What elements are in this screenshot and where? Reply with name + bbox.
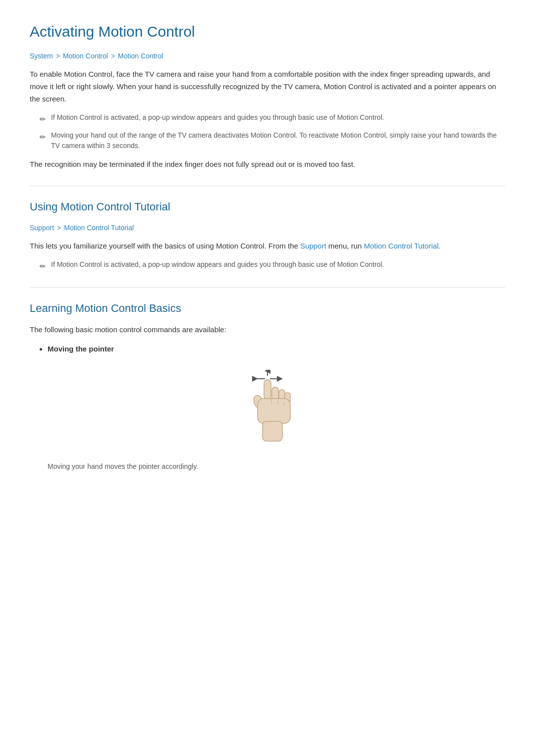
tutorial-mct-link[interactable]: Motion Control Tutorial [364, 242, 438, 250]
tutorial-breadcrumb: Support > Motion Control Tutorial [30, 222, 505, 233]
tutorial-support-link[interactable]: Support [300, 242, 326, 250]
tutorial-text-before: This lets you familiarize yourself with … [30, 242, 300, 250]
page-container: Activating Motion Control System > Motio… [0, 0, 535, 518]
hand-illustration [30, 370, 505, 449]
note-text-2: Moving your hand out of the range of the… [51, 130, 505, 151]
breadcrumb-motion-control-2[interactable]: Motion Control [118, 50, 163, 61]
pencil-icon-3: ✏ [40, 260, 46, 272]
tutorial-text-after: . [438, 242, 440, 250]
breadcrumb-support[interactable]: Support [30, 222, 54, 233]
intro-paragraph: To enable Motion Control, face the TV ca… [30, 68, 505, 105]
divider-2 [30, 287, 505, 288]
svg-rect-9 [263, 421, 282, 441]
page-title: Activating Motion Control [30, 20, 505, 44]
breadcrumb-sep-1: > [56, 50, 60, 61]
tutorial-breadcrumb-sep: > [57, 222, 61, 233]
svg-rect-3 [264, 380, 271, 400]
hand-svg [238, 370, 297, 449]
basics-section-title: Learning Motion Control Basics [30, 300, 505, 317]
pencil-icon-1: ✏ [40, 113, 46, 125]
bullet-item-moving-pointer: Moving the pointer [48, 343, 505, 355]
breadcrumb: System > Motion Control > Motion Control [30, 50, 505, 61]
tutorial-notes-list: ✏ If Motion Control is activated, a pop-… [30, 259, 505, 272]
warning-paragraph: The recognition may be terminated if the… [30, 158, 505, 171]
tutorial-note-text-1: If Motion Control is activated, a pop-up… [51, 259, 384, 270]
breadcrumb-system[interactable]: System [30, 50, 53, 61]
breadcrumb-motion-control-1[interactable]: Motion Control [63, 50, 108, 61]
tutorial-text-middle: menu, run [326, 242, 364, 250]
note-text-1: If Motion Control is activated, a pop-up… [51, 112, 384, 123]
tutorial-section-title: Using Motion Control Tutorial [30, 198, 505, 215]
pencil-icon-2: ✏ [40, 131, 46, 143]
notes-list: ✏ If Motion Control is activated, a pop-… [30, 112, 505, 151]
svg-rect-8 [258, 399, 290, 423]
tutorial-note-item-1: ✏ If Motion Control is activated, a pop-… [30, 259, 505, 272]
basics-intro-text: The following basic motion control comma… [30, 324, 505, 336]
basics-bullet-list: Moving the pointer [30, 343, 505, 355]
hand-caption: Moving your hand moves the pointer accor… [30, 461, 505, 472]
breadcrumb-motion-control-tutorial[interactable]: Motion Control Tutorial [64, 222, 134, 233]
tutorial-body-text: This lets you familiarize yourself with … [30, 240, 505, 252]
divider-1 [30, 186, 505, 186]
breadcrumb-sep-2: > [111, 50, 115, 61]
note-item-1: ✏ If Motion Control is activated, a pop-… [30, 112, 505, 125]
note-item-2: ✏ Moving your hand out of the range of t… [30, 130, 505, 151]
